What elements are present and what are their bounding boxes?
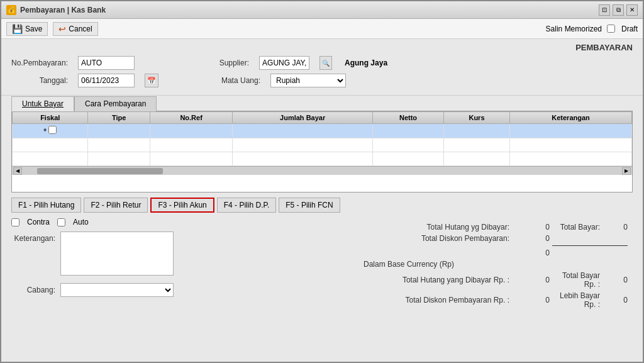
supplier-label: Supplier:: [192, 59, 249, 67]
restore-button[interactable]: ⧉: [613, 4, 624, 16]
tab-untuk-bayar[interactable]: Untuk Bayar: [11, 96, 74, 111]
action-buttons: F1 - Pilih Hutang F2 - Pilih Retur F3 - …: [11, 198, 633, 213]
summary-row-diskon-rp: Total Diskon Pembayaran Rp. : 0 Lebih Ba…: [190, 291, 628, 309]
tabs: Untuk Bayar Cara Pembayaran: [11, 96, 633, 111]
summary-section: Total Hutang yg Dibayar: 0 Total Bayar: …: [185, 218, 633, 357]
horizontal-scrollbar[interactable]: ◀ ▶: [12, 166, 632, 175]
subtotal-value: 0: [514, 249, 552, 257]
form-row-1: No.Pembayaran: Supplier: 🔍 Agung Jaya: [11, 56, 633, 70]
col-noref: No.Ref: [150, 112, 233, 124]
pilih-dp-button[interactable]: F4 - Pilih D.P.: [217, 198, 276, 213]
save-label: Save: [25, 25, 42, 33]
lebih-bayar-rp-label: Lebih Bayar Rp. :: [552, 291, 602, 309]
total-diskon-value: 0: [514, 234, 552, 243]
fiskal-checkbox[interactable]: [48, 126, 57, 134]
noref-cell: [150, 124, 233, 138]
toolbar: 💾 Save ↩ Cancel Salin Memorized Draft: [1, 19, 643, 39]
tab-cara-pembayaran[interactable]: Cara Pembayaran: [74, 96, 157, 111]
summary-row-hutang: Total Hutang yg Dibayar: 0 Total Bayar: …: [190, 223, 628, 232]
mata-uang-select[interactable]: Rupiah: [270, 74, 346, 87]
scroll-thumb[interactable]: [37, 168, 163, 174]
summary-row-subtotal: 0: [190, 249, 628, 257]
netto-cell: [373, 124, 444, 138]
pilih-akun-button[interactable]: F3 - Pilih Akun: [150, 198, 214, 213]
table-row-empty-2: [13, 152, 632, 166]
window-title: Pembayaran | Kas Bank: [20, 6, 106, 14]
data-table: Fiskal Tipe No.Ref Jumlah Bayar Netto Ku…: [12, 111, 632, 166]
save-icon: 💾: [12, 24, 23, 34]
pilih-retur-button[interactable]: F2 - Pilih Retur: [84, 198, 148, 213]
toolbar-right: Salin Memorized Draft: [546, 25, 638, 33]
summary-row-hutang-rp: Total Hutang yang Dibayar Rp. : 0 Total …: [190, 271, 628, 289]
total-hutang-value: 0: [514, 223, 552, 232]
keterangan-textarea[interactable]: [60, 232, 174, 276]
fiskal-cell: *: [13, 124, 88, 138]
total-diskon-rp-value: 0: [514, 296, 552, 304]
tanggal-label: Tanggal:: [11, 76, 68, 85]
no-pembayaran-input[interactable]: [78, 56, 135, 70]
total-bayar-rp-value: 0: [602, 276, 628, 284]
tanggal-input[interactable]: [78, 74, 135, 87]
total-diskon-rp-label: Total Diskon Pembayaran Rp. :: [190, 296, 514, 304]
total-bayar-rp-label: Total Bayar Rp. :: [552, 271, 602, 289]
supplier-name: Agung Jaya: [345, 59, 387, 67]
cabang-row: Cabang:: [11, 283, 175, 297]
total-diskon-label: Total Diskon Pembayaran:: [190, 234, 514, 243]
app-icon: 💰: [6, 5, 16, 15]
draft-label: Draft: [621, 25, 638, 33]
auto-checkbox[interactable]: [57, 218, 65, 226]
summary-row-diskon: Total Diskon Pembayaran: 0: [190, 234, 628, 243]
table-row[interactable]: *: [13, 124, 632, 138]
contra-label: Contra: [27, 218, 50, 226]
cabang-label: Cabang:: [11, 286, 55, 294]
main-window: 💰 Pembayaran | Kas Bank ⊡ ⧉ ✕ 💾 Save ↩ C…: [0, 0, 644, 363]
total-bayar-label: Total Bayar:: [552, 223, 602, 232]
cancel-button[interactable]: ↩ Cancel: [53, 22, 97, 36]
tab-untuk-bayar-label: Untuk Bayar: [22, 99, 64, 108]
pilih-fcn-button[interactable]: F5 - Pilih FCN: [279, 198, 340, 213]
tab-cara-pembayaran-label: Cara Pembayaran: [85, 99, 146, 108]
total-hutang-rp-label: Total Hutang yang Dibayar Rp. :: [190, 276, 514, 284]
close-button[interactable]: ✕: [626, 4, 638, 16]
cancel-label: Cancel: [69, 25, 92, 33]
tab-section: Untuk Bayar Cara Pembayaran: [1, 96, 643, 111]
save-button[interactable]: 💾 Save: [6, 22, 48, 36]
summary-divider: [552, 245, 628, 246]
col-keterangan: Keterangan: [510, 112, 632, 124]
base-currency-label: Dalam Base Currency (Rp): [190, 260, 628, 269]
keterangan-row: Keterangan:: [11, 232, 175, 276]
calendar-button[interactable]: 📅: [145, 74, 158, 87]
contra-checkbox[interactable]: [11, 218, 19, 226]
col-jumlah-bayar: Jumlah Bayar: [233, 112, 373, 124]
jumlah-bayar-cell: [233, 124, 373, 138]
mata-uang-label: Mata Uang:: [204, 76, 260, 85]
salin-memorized-label: Salin Memorized: [546, 25, 602, 33]
cabang-select[interactable]: [60, 283, 174, 297]
contra-row: Contra Auto: [11, 218, 175, 226]
col-tipe: Tipe: [88, 112, 150, 124]
col-kurs: Kurs: [443, 112, 509, 124]
cancel-icon: ↩: [58, 24, 66, 34]
no-pembayaran-label: No.Pembayaran:: [11, 59, 68, 67]
lebih-bayar-rp-value: 0: [602, 296, 628, 304]
keterangan-cell: [510, 124, 632, 138]
pilih-hutang-button[interactable]: F1 - Pilih Hutang: [11, 198, 81, 213]
bottom-left: Contra Auto Keterangan: Cabang:: [11, 218, 175, 357]
main-content: Fiskal Tipe No.Ref Jumlah Bayar Netto Ku…: [1, 111, 643, 362]
auto-label: Auto: [73, 218, 89, 226]
draft-checkbox[interactable]: [607, 25, 615, 33]
supplier-code-input[interactable]: [259, 56, 309, 70]
header-section: PEMBAYARAN No.Pembayaran: Supplier: 🔍 Ag…: [1, 39, 643, 96]
table-container: Fiskal Tipe No.Ref Jumlah Bayar Netto Ku…: [11, 111, 633, 193]
tipe-cell: [88, 124, 150, 138]
minimize-button[interactable]: ⊡: [599, 4, 610, 16]
scroll-right-arrow[interactable]: ▶: [622, 167, 631, 175]
bottom-section: Contra Auto Keterangan: Cabang:: [11, 218, 633, 357]
total-bayar-value: 0: [602, 223, 628, 232]
supplier-search-button[interactable]: 🔍: [319, 56, 332, 70]
total-hutang-label: Total Hutang yg Dibayar:: [190, 223, 514, 232]
col-fiskal: Fiskal: [13, 112, 88, 124]
scroll-left-arrow[interactable]: ◀: [13, 167, 22, 175]
total-hutang-rp-value: 0: [514, 276, 552, 284]
form-row-2: Tanggal: 📅 Mata Uang: Rupiah: [11, 74, 633, 87]
